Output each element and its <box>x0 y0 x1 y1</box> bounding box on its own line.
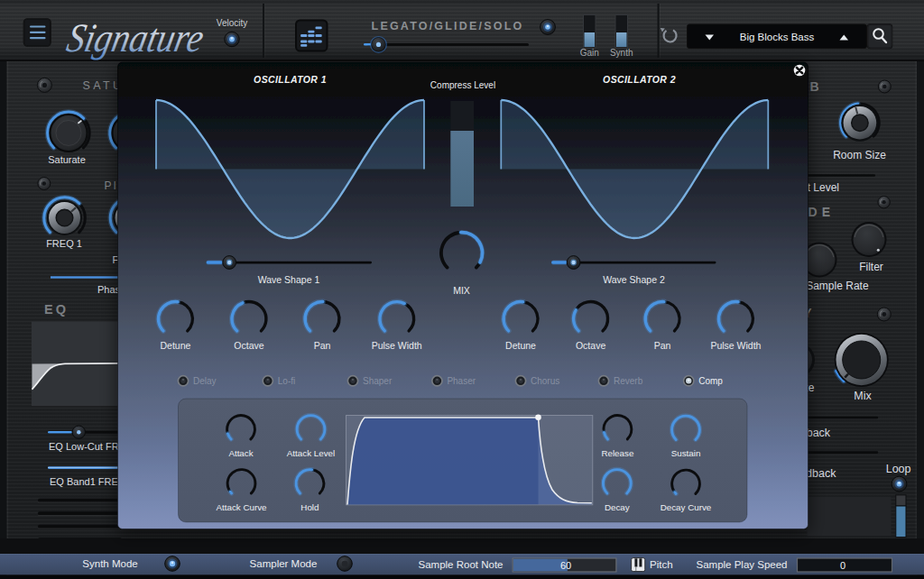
svg-text:FREQ 1: FREQ 1 <box>46 238 82 249</box>
svg-text:Pan: Pan <box>314 340 331 351</box>
svg-text:Reverb: Reverb <box>614 376 643 386</box>
svg-text:Sustain: Sustain <box>671 448 701 458</box>
svg-text:Shaper: Shaper <box>363 376 393 386</box>
svg-text:Phaser: Phaser <box>447 376 476 386</box>
svg-text:Synth: Synth <box>610 48 633 58</box>
svg-text:Attack Level: Attack Level <box>287 448 335 458</box>
svg-text:Wave Shape 1: Wave Shape 1 <box>258 274 320 285</box>
svg-text:Loop: Loop <box>886 463 911 475</box>
svg-text:Filter: Filter <box>859 261 883 273</box>
svg-text:Pan: Pan <box>654 340 671 351</box>
svg-text:Big Blocks Bass: Big Blocks Bass <box>740 32 815 42</box>
svg-text:Octave: Octave <box>576 340 605 351</box>
svg-text:Detune: Detune <box>160 340 190 351</box>
svg-text:MIX: MIX <box>453 285 470 296</box>
svg-text:Attack: Attack <box>228 448 253 458</box>
svg-text:Decay: Decay <box>605 502 630 512</box>
svg-text:Hold: Hold <box>300 502 319 512</box>
svg-text:Release: Release <box>601 448 633 458</box>
svg-text:0: 0 <box>840 560 845 571</box>
svg-text:Sampler Mode: Sampler Mode <box>250 558 318 569</box>
svg-text:Octave: Octave <box>234 340 263 351</box>
svg-text:Detune: Detune <box>505 340 536 351</box>
svg-text:Pulse Width: Pulse Width <box>372 340 422 351</box>
svg-text:Compress Level: Compress Level <box>430 80 495 90</box>
svg-text:OSCILLATOR 1: OSCILLATOR 1 <box>254 74 327 85</box>
svg-text:Comp: Comp <box>698 376 723 386</box>
svg-text:Sample Root Note: Sample Root Note <box>419 559 504 570</box>
svg-text:Wave Shape 2: Wave Shape 2 <box>603 274 665 285</box>
svg-text:Decay Curve: Decay Curve <box>661 502 712 512</box>
svg-text:LEGATO/GLIDE/SOLO: LEGATO/GLIDE/SOLO <box>372 20 524 32</box>
svg-text:Gain: Gain <box>580 48 599 58</box>
svg-text:Delay: Delay <box>193 376 217 386</box>
svg-text:Saturate: Saturate <box>48 154 86 165</box>
svg-text:Room Size: Room Size <box>833 149 886 161</box>
svg-text:Chorus: Chorus <box>531 376 559 386</box>
svg-text:Mix: Mix <box>854 390 872 402</box>
svg-text:EQ Band1 FREQ: EQ Band1 FREQ <box>50 476 126 487</box>
svg-text:Pitch: Pitch <box>650 559 673 570</box>
svg-text:Velocity: Velocity <box>217 18 247 28</box>
svg-text:Sample Rate: Sample Rate <box>806 280 869 292</box>
svg-text:Signature: Signature <box>63 14 208 60</box>
svg-text:Attack Curve: Attack Curve <box>216 502 267 512</box>
svg-text:Pulse Width: Pulse Width <box>710 340 761 351</box>
svg-text:EQ: EQ <box>44 302 69 317</box>
svg-text:Sample Play Speed: Sample Play Speed <box>696 559 787 570</box>
svg-text:Lo-fi: Lo-fi <box>278 376 295 386</box>
svg-text:Synth Mode: Synth Mode <box>82 558 137 569</box>
svg-text:60: 60 <box>560 560 571 571</box>
svg-text:OSCILLATOR 2: OSCILLATOR 2 <box>603 74 676 85</box>
